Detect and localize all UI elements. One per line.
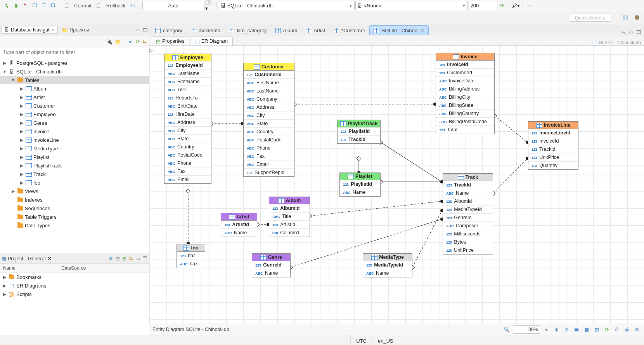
entity-column[interactable]: ABCAddress [164, 118, 211, 127]
entity-header[interactable]: Playlist [340, 173, 380, 180]
entity-header[interactable]: Customer [244, 63, 294, 71]
tree-item[interactable]: ▶Track [0, 170, 149, 178]
entity-column[interactable]: ABCPostalCode [164, 151, 211, 159]
commit-label[interactable]: Commit [72, 3, 94, 9]
rollback-icon[interactable] [95, 1, 103, 10]
entity-column[interactable]: ABCFirstName [244, 79, 294, 87]
tree-item[interactable]: Indexes [0, 195, 149, 204]
gear-icon[interactable]: ⚙ [633, 326, 641, 333]
tree-item[interactable]: ▶Genre [0, 118, 149, 127]
fit-icon[interactable]: ▣ [573, 326, 580, 333]
entity-column[interactable]: ABCLastName [244, 87, 294, 95]
quick-access[interactable]: Quick Access [570, 14, 610, 22]
expand-arrow-icon[interactable]: ▶ [19, 129, 24, 134]
entity-column[interactable]: 123CustomerId [436, 69, 494, 77]
tree-item[interactable]: Data Types [0, 221, 149, 230]
entity-column[interactable]: 123bar [177, 252, 205, 260]
add-icon[interactable]: ⊞ [122, 256, 126, 261]
entity-column[interactable]: ABCPhone [164, 159, 211, 167]
expand-arrow-icon[interactable]: ▶ [19, 103, 24, 108]
entity-employee[interactable]: Employee123EmployeeIdABCLastNameABCFirst… [164, 54, 211, 184]
entity-column[interactable]: 123InvoiceLineId [528, 129, 578, 137]
entity-column[interactable]: 123ArtistId [221, 221, 257, 229]
schema-combo[interactable]: 🗄 <None> ▼ [355, 1, 468, 10]
entity-column[interactable]: 123MediaTypeId [443, 206, 493, 214]
entity-column[interactable]: ABCAddress [244, 103, 294, 112]
project-tree[interactable]: ▶Bookmarks▶⬚ER Diagrams▶📜Scripts [0, 273, 149, 335]
entity-column[interactable]: ABCBillingCountry [436, 110, 494, 118]
entity-column[interactable]: 123MediaTypeId [363, 261, 412, 269]
tree-item[interactable]: ▶Playlist [0, 153, 149, 161]
entity-column[interactable]: ABCName [443, 189, 493, 197]
dbeaver-icon[interactable] [633, 14, 641, 21]
entity-column[interactable]: 123TrackId [528, 145, 578, 153]
entity-column[interactable]: ABCFax [164, 167, 211, 176]
entity-column[interactable]: 123GenreId [443, 214, 493, 222]
commit-icon[interactable] [62, 1, 71, 10]
disconnect-icon[interactable] [21, 1, 29, 10]
sql-script-icon[interactable] [40, 1, 48, 10]
tree-item[interactable]: Sequences [0, 204, 149, 213]
limit-field[interactable]: 200 [469, 1, 497, 10]
expand-arrow-icon[interactable]: ▶ [19, 120, 24, 125]
editor-tab[interactable]: category [151, 25, 187, 35]
entity-customer[interactable]: Customer123CustomerIdABCFirstNameABCLast… [243, 63, 294, 177]
entity-header[interactable]: InvoiceLine [528, 122, 578, 129]
editor-tabs[interactable]: categorymockdatafilm_categoryAlbumArtist… [149, 24, 644, 35]
zoom-in-icon[interactable]: ⊕ [552, 326, 560, 333]
subtab-er-diagram[interactable]: ⬚ ER Diagram [190, 37, 233, 45]
project-item[interactable]: ▶⬚ER Diagrams [0, 281, 149, 290]
export-icon[interactable]: ⎙ [613, 326, 621, 333]
search-icon[interactable]: 🔍 [503, 326, 511, 333]
expand-arrow-icon[interactable]: ▶ [19, 95, 24, 100]
entity-column[interactable]: ABCFirstName [164, 78, 211, 86]
entity-column[interactable]: 123PlaylistId [340, 180, 380, 188]
project-tab[interactable]: ▦ Project - General ✕ [2, 256, 52, 261]
tree-item[interactable]: Table Triggers [0, 213, 149, 221]
entity-column[interactable]: ABCTitle [164, 86, 211, 94]
expand-arrow-icon[interactable]: ▶ [19, 155, 24, 160]
tx-mode-combo[interactable]: Auto [142, 1, 204, 10]
entity-header[interactable]: Invoice [436, 53, 494, 61]
tree-item[interactable]: ▶Artist [0, 93, 149, 101]
connect-icon[interactable]: 🔌 [106, 39, 113, 45]
entity-column[interactable]: ABCCity [244, 112, 294, 120]
tree-item[interactable]: ▶Album [0, 84, 149, 93]
entity-column[interactable]: ABCBirthDate [164, 102, 211, 110]
add-script-icon[interactable]: + [49, 1, 57, 10]
entity-header[interactable]: Employee [164, 54, 211, 61]
expand-arrow-icon[interactable]: ▼ [11, 78, 16, 82]
expand-arrow-icon[interactable]: ▶ [11, 189, 16, 194]
tree-item[interactable]: ▶PlaylistTrack [0, 161, 149, 170]
entity-column[interactable]: 123AlbumId [443, 197, 493, 206]
entity-column[interactable]: 123Total [436, 126, 494, 134]
history-icon[interactable]: 🕓▾ [205, 1, 214, 10]
entity-column[interactable]: ABCCountry [164, 143, 211, 151]
entity-column[interactable]: ABCFax [244, 152, 294, 160]
entity-invoice[interactable]: Invoice123InvoiceId123CustomerIdABCInvoi… [436, 53, 495, 134]
expand-arrow-icon[interactable]: ▶ [19, 146, 24, 151]
expand-arrow-icon[interactable]: ▼ [2, 69, 7, 74]
editor-tab[interactable]: SQLite - Chinoo✕ [369, 25, 429, 35]
entity-column[interactable]: ABCLastName [164, 70, 211, 78]
tree-item[interactable]: ▶MediaType [0, 144, 149, 153]
sql-console-icon[interactable] [30, 1, 39, 10]
entity-column[interactable]: ABCCountry [244, 128, 294, 136]
refresh-icon[interactable]: ⟳ [136, 39, 140, 45]
minimize-icon[interactable]: ▭ [629, 30, 633, 35]
tree-item[interactable]: ▼🗄SQLite - Chinook.db [0, 67, 149, 76]
minimize-icon[interactable]: ▭ [136, 27, 140, 33]
entity-column[interactable]: ABCBillingState [436, 101, 494, 110]
entity-header[interactable]: Track [443, 174, 493, 181]
entity-playlisttrack[interactable]: PlaylistTrack123PlaylistId123TrackId [337, 120, 381, 144]
status-locale[interactable]: en_US [372, 335, 399, 345]
tree-item[interactable]: ▶🗄PostgreSQL - postgres [0, 59, 149, 67]
connect-icon[interactable] [12, 1, 20, 10]
zoom-out-icon[interactable]: ⊖ [563, 326, 570, 333]
entity-playlist[interactable]: Playlist123PlaylistIdABCName [339, 172, 381, 197]
expand-arrow-icon[interactable]: ▶ [19, 163, 24, 168]
expand-arrow-icon[interactable]: ▶ [19, 112, 24, 117]
entity-column[interactable]: 123SupportRepId [244, 169, 294, 176]
collapse-icon[interactable]: ⇤ [129, 39, 133, 45]
entity-column[interactable]: ABCBillingPostalCode [436, 118, 494, 126]
